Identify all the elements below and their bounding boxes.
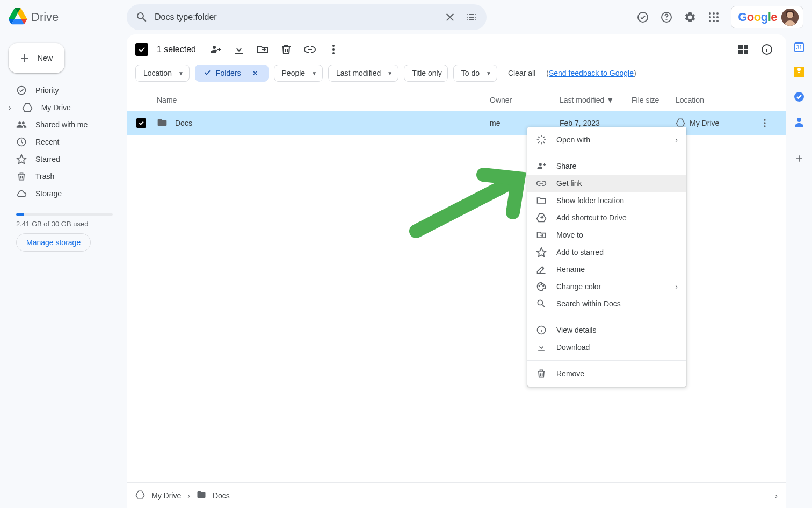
chip-title-only[interactable]: Title only [404,65,448,82]
apps-icon[interactable] [703,6,724,28]
cm-add-starred[interactable]: Add to starred [527,244,686,261]
col-owner[interactable]: Owner [490,96,560,104]
download-button[interactable] [228,39,250,60]
clear-all-filters[interactable]: Clear all [508,69,535,77]
breadcrumb-root[interactable]: My Drive [151,491,181,500]
sidebar-item-trash[interactable]: Trash [4,168,118,185]
tasks-app-icon[interactable] [794,91,804,104]
sidebar-item-storage[interactable]: Storage [4,185,118,202]
cm-remove[interactable]: Remove [527,365,686,382]
svg-point-6 [709,16,711,18]
drive-logo-icon [9,7,27,27]
settings-icon[interactable] [679,6,701,28]
offline-status-icon[interactable] [632,6,654,28]
mydrive-icon [22,102,33,113]
breadcrumb-expand[interactable]: › [775,491,778,500]
feedback-link-wrap: (Send feedback to Google) [546,69,636,77]
grid-view-toggle[interactable] [733,39,754,60]
breadcrumb-current[interactable]: Docs [213,491,230,500]
separator [527,153,686,153]
col-size[interactable]: File size [632,96,676,104]
info-button[interactable] [756,39,778,60]
svg-point-18 [332,48,335,51]
more-actions-button[interactable] [323,39,344,60]
search-options-icon[interactable] [461,6,482,28]
storage-bar [16,213,113,216]
row-modified: Feb 7, 2023 [560,119,632,127]
cm-open-with[interactable]: Open with › [527,131,686,148]
cm-view-details[interactable]: View details [527,321,686,339]
search-input[interactable] [153,12,439,22]
table-row[interactable]: Docs me Feb 7, 2023 — My Drive [127,111,786,135]
sidebar-item-starred[interactable]: Starred [4,151,118,168]
svg-point-0 [638,12,648,22]
svg-point-5 [716,12,719,15]
cm-move-to[interactable]: Move to [527,226,686,244]
folder-icon [197,490,206,501]
clear-search-icon[interactable] [439,6,461,28]
col-modified[interactable]: Last modified▼ [560,96,632,104]
keep-app-icon[interactable] [794,67,804,80]
manage-storage-button[interactable]: Manage storage [16,233,91,252]
cm-rename[interactable]: Rename [527,261,686,278]
cm-search-within[interactable]: Search within Docs [527,295,686,312]
brand-name: Drive [31,10,59,24]
trash-icon [16,171,27,182]
svg-point-17 [332,45,335,47]
col-location[interactable]: Location [676,96,756,104]
svg-point-16 [213,46,216,49]
addons-button[interactable] [794,153,804,166]
trash-icon [536,368,547,379]
search-icon[interactable] [131,6,153,28]
clear-chip-icon[interactable] [248,66,263,81]
select-all-checkbox[interactable] [135,43,148,56]
brand[interactable]: Drive [9,7,127,27]
help-icon[interactable] [656,6,677,28]
cm-share[interactable]: Share [527,158,686,175]
calendar-app-icon[interactable]: 31 [794,42,804,55]
separator [527,360,686,361]
sort-desc-icon: ▼ [606,96,614,104]
sidebar-item-label: Recent [35,138,59,146]
chevron-right-icon: › [187,491,190,500]
check-icon [203,68,212,78]
cm-show-location[interactable]: Show folder location [527,192,686,209]
recent-icon [16,137,27,147]
cm-download[interactable]: Download [527,339,686,356]
sidebar-item-mydrive[interactable]: My Drive [4,99,118,116]
link-button[interactable] [299,39,321,60]
svg-point-11 [716,20,719,22]
contacts-app-icon[interactable] [794,116,804,129]
google-account-chip[interactable]: Google [731,6,803,28]
svg-point-2 [666,19,667,20]
cm-change-color[interactable]: Change color › [527,278,686,295]
download-icon [536,342,547,353]
chip-last-modified[interactable]: Last modified▼ [328,65,398,82]
share-button[interactable] [205,39,226,60]
sidebar-item-priority[interactable]: Priority [4,82,118,99]
sidebar-item-recent[interactable]: Recent [4,133,118,151]
starred-icon [16,154,27,164]
sidebar-item-label: My Drive [41,103,71,112]
row-name: Docs [175,119,192,127]
cm-get-link[interactable]: Get link [527,175,686,192]
chip-folders[interactable]: Folders [195,65,269,82]
chip-location[interactable]: Location▼ [135,65,190,82]
row-size: — [632,119,676,127]
google-logo: Google [738,10,777,24]
chip-to-do[interactable]: To do▼ [453,65,497,82]
delete-button[interactable] [276,39,297,60]
chip-people[interactable]: People▼ [274,65,323,82]
cm-add-shortcut[interactable]: Add shortcut to Drive [527,209,686,226]
svg-point-4 [713,12,715,15]
svg-rect-28 [798,72,800,73]
shared-icon [16,119,27,130]
row-more-button[interactable] [756,115,773,132]
row-checkbox[interactable] [136,118,146,128]
move-button[interactable] [252,39,273,60]
svg-point-14 [18,87,26,95]
new-button[interactable]: New [9,43,64,73]
feedback-link[interactable]: Send feedback to Google [549,69,634,77]
sidebar-item-shared[interactable]: Shared with me [4,116,118,133]
col-name[interactable]: Name [157,96,490,104]
